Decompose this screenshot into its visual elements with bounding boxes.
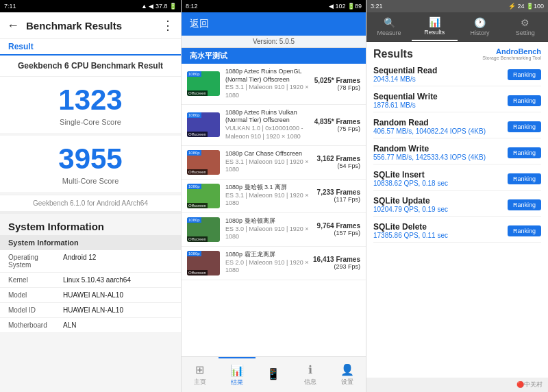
score-main: 3,162 Frames xyxy=(317,155,360,162)
thumb-badge: 1080p xyxy=(187,217,201,223)
thumb-badge: 1080p xyxy=(187,184,201,189)
tab-label: Setting xyxy=(516,29,535,36)
gfx-footer-item[interactable]: 📱 xyxy=(256,357,292,392)
ranking-button[interactable]: Ranking xyxy=(508,95,541,106)
gfx-footer-item[interactable]: 📊结果 xyxy=(219,357,256,392)
score-main: 4,835* Frames xyxy=(314,118,360,125)
footer-icon: 📱 xyxy=(266,367,280,380)
sys-key: Operating System xyxy=(8,254,63,269)
statusbar-geekbench: 7:11 ▲ ◀ 37.8 🔋 xyxy=(0,0,181,12)
status-time: 7:11 xyxy=(4,3,16,10)
thumb-badge2: Offscreen xyxy=(187,132,208,137)
andro-tab-measure[interactable]: 🔍Measure xyxy=(366,12,412,41)
panel-geekbench: 7:11 ▲ ◀ 37.8 🔋 ← Benchmark Results ⋮ Re… xyxy=(0,0,182,392)
gfx-version: Version: 5.0.5 xyxy=(182,36,366,48)
metric-info: SQLite Update 10204.79 QPS, 0.19 sec xyxy=(373,196,508,213)
tab-icon: 🔍 xyxy=(384,17,395,28)
gfx-back-button[interactable]: 返回 xyxy=(190,18,209,30)
tab-icon: 📊 xyxy=(429,16,440,27)
metric-info: SQLite Insert 10838.62 QPS, 0.18 sec xyxy=(373,170,508,187)
result-tab[interactable]: Result xyxy=(0,39,181,56)
metric-row: SQLite Update 10204.79 QPS, 0.19 sec Ran… xyxy=(373,196,541,213)
metric-name: Random Write xyxy=(373,144,508,154)
metric-row: Random Read 406.57 MB/s, 104082.24 IOPS … xyxy=(373,118,541,135)
header-title: Benchmark Results xyxy=(26,20,162,32)
footer-icon: ⊞ xyxy=(195,363,204,376)
metric-info: Sequential Write 1878.61 MB/s xyxy=(373,92,508,109)
tab-label: Measure xyxy=(377,29,401,36)
gfx-item-score: 5,025* Frames (78 Fps) xyxy=(314,77,360,91)
results-header: Results AndroBench Storage Benchmarking … xyxy=(373,47,541,60)
gfx-item-score: 16,413 Frames (293 Fps) xyxy=(313,256,360,270)
gfx-footer-item[interactable]: ⊞主页 xyxy=(182,357,219,392)
ranking-button[interactable]: Ranking xyxy=(508,69,541,80)
gfx-header: 返回 xyxy=(182,12,366,36)
andro-icons: ⚡ 24 🔋100 xyxy=(508,3,544,10)
panel-gfxbench: 8:12 ◀ 102 🔋89 返回 Version: 5.0.5 高水平测试 1… xyxy=(182,0,366,392)
single-core-label: Single-Core Score xyxy=(7,118,174,126)
sys-val: HUAWEI ALN-AL10 xyxy=(63,291,173,299)
status-icons: ▲ ◀ 37.8 🔋 xyxy=(141,3,177,10)
gfx-time: 8:12 xyxy=(186,3,198,10)
sys-row: ModelHUAWEI ALN-AL10 xyxy=(0,288,181,303)
statusbar-gfx: 8:12 ◀ 102 🔋89 xyxy=(182,0,366,12)
gfx-thumb: 1080p Offscreen xyxy=(187,217,220,242)
ranking-button[interactable]: Ranking xyxy=(508,225,541,236)
multi-core-label: Multi-Core Score xyxy=(7,177,174,185)
sys-row: Operating SystemAndroid 12 xyxy=(0,250,181,273)
andro-tab-history[interactable]: 🕐History xyxy=(458,12,503,41)
sys-row: Model IDHUAWEI ALN-AL10 xyxy=(0,303,181,318)
multi-core-block: 3955 Multi-Core Score xyxy=(0,136,181,192)
andro-tab-setting[interactable]: ⚙Setting xyxy=(503,12,548,41)
footer-icon: ℹ xyxy=(308,363,312,376)
gfx-item-score: 3,162 Frames (54 Fps) xyxy=(317,155,360,169)
metric-value: 17385.86 QPS, 0.11 sec xyxy=(373,232,508,239)
andro-metric: SQLite Insert 10838.62 QPS, 0.18 sec Ran… xyxy=(373,170,541,191)
gfx-footer: ⊞主页📊结果📱ℹ信息👤设置 xyxy=(182,356,366,392)
footer-icon: 👤 xyxy=(340,363,354,376)
metric-info: Random Read 406.57 MB/s, 104082.24 IOPS … xyxy=(373,118,508,135)
gfx-test-list: 1080p Offscreen 1080p Aztec Ruins OpenGL… xyxy=(182,64,366,356)
ranking-button[interactable]: Ranking xyxy=(508,121,541,132)
gfx-item-text: 1080p 霸王龙离屏ES 2.0 | Maleoon 910 | 1920 ×… xyxy=(225,251,313,275)
metric-value: 2043.14 MB/s xyxy=(373,75,508,83)
footer-icon: 📊 xyxy=(230,364,244,377)
score-sub: (78 Fps) xyxy=(314,84,360,91)
ranking-button[interactable]: Ranking xyxy=(508,147,541,158)
andro-metric: SQLite Delete 17385.86 QPS, 0.11 sec Ran… xyxy=(373,222,541,243)
gfx-list-item: 1080p Offscreen 1080p 曼哈顿 3.1 离屏ES 3.1 |… xyxy=(182,180,366,213)
andro-metric: Sequential Write 1878.61 MB/s Ranking xyxy=(373,92,541,112)
thumb-badge: 1080p xyxy=(187,251,201,256)
footer-label: 信息 xyxy=(304,378,316,387)
tab-icon: 🕐 xyxy=(474,17,486,28)
gfx-list-item: 1080p Offscreen 1080p 霸王龙离屏ES 2.0 | Male… xyxy=(182,247,366,280)
metric-row: Sequential Write 1878.61 MB/s Ranking xyxy=(373,92,541,109)
metric-name: Random Read xyxy=(373,118,508,127)
menu-button[interactable]: ⋮ xyxy=(162,18,174,33)
system-info-table: System Information Operating SystemAndro… xyxy=(0,235,181,333)
geekbench-version: Geekbench 6.1.0 for Android AArch64 xyxy=(0,195,181,214)
gfx-item-text: 1080p Aztec Ruins OpenGL (Normal Tier) O… xyxy=(225,68,314,100)
metric-name: SQLite Update xyxy=(373,196,508,206)
back-button[interactable]: ← xyxy=(7,19,19,33)
ranking-button[interactable]: Ranking xyxy=(508,173,541,184)
metric-name: SQLite Insert xyxy=(373,170,508,180)
gfx-item-text: 1080p Car Chase OffscreenES 3.1 | Maleoo… xyxy=(225,150,317,174)
andro-tab-results[interactable]: 📊Results xyxy=(412,12,457,41)
gfx-item-score: 4,835* Frames (75 Fps) xyxy=(314,118,360,132)
score-main: 5,025* Frames xyxy=(314,77,360,84)
score-sub: (75 Fps) xyxy=(314,125,360,132)
ranking-button[interactable]: Ranking xyxy=(508,199,541,210)
tab-label: Results xyxy=(424,29,445,36)
score-main: 16,413 Frames xyxy=(313,256,360,263)
gfx-test-label: 高水平测试 xyxy=(182,48,366,64)
gfx-footer-item[interactable]: 👤设置 xyxy=(329,357,366,392)
gfx-thumb: 1080p Offscreen xyxy=(187,251,220,275)
logo-text: AndroBench xyxy=(482,47,541,56)
gfx-footer-item[interactable]: ℹ信息 xyxy=(292,357,329,392)
metric-info: SQLite Delete 17385.86 QPS, 0.11 sec xyxy=(373,222,508,239)
andro-time: 3:21 xyxy=(371,3,383,10)
gfx-thumb: 1080p Offscreen xyxy=(187,184,220,208)
sys-table-header: System Information xyxy=(0,235,181,250)
thumb-badge2: Offscreen xyxy=(187,270,208,275)
